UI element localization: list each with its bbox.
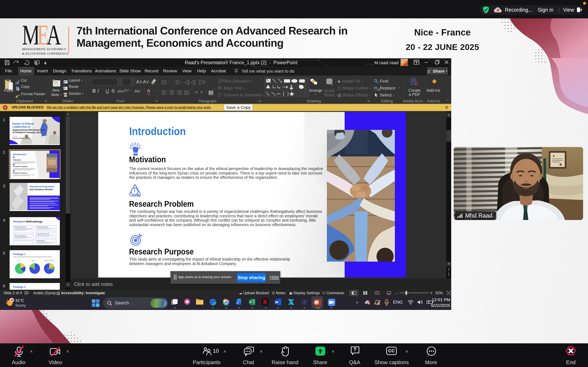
- svg-text:Motivation: Motivation: [13, 159, 21, 161]
- svg-text:?: ?: [354, 347, 356, 352]
- svg-text:Research Problem: Research Problem: [13, 166, 27, 167]
- svg-text:Findings 2: Findings 2: [13, 286, 26, 289]
- svg-text:Mohammad Kher Raad: Mohammad Kher Raad: [12, 137, 30, 139]
- svg-text:Theoretical Framework: Theoretical Framework: [29, 185, 54, 188]
- svg-text:Al Ankabout Company, Syria: Al Ankabout Company, Syria: [12, 131, 42, 133]
- svg-text:Gender: Gender: [31, 260, 35, 261]
- svg-text:4: 4: [11, 298, 13, 302]
- svg-text:Experience Years: Experience Years: [44, 260, 54, 261]
- svg-text:Data Analysis: Data Analysis: [37, 240, 45, 242]
- svg-text:Ag: Ag: [18, 260, 19, 261]
- svg-text:Research Methodology: Research Methodology: [13, 220, 43, 223]
- svg-text:Impact of Ethical: Impact of Ethical: [12, 122, 34, 125]
- svg-text:Findings 1: Findings 1: [13, 253, 26, 256]
- svg-text:3: 3: [174, 83, 175, 85]
- svg-text:¶: ¶: [200, 90, 202, 95]
- svg-text:Data Collection Tools: Data Collection Tools: [37, 233, 50, 234]
- svg-text:Research Questions: Research Questions: [15, 226, 26, 227]
- svg-text:58: 58: [33, 268, 35, 269]
- svg-text:Organizational Effectiveness a: Organizational Effectiveness at: [12, 129, 44, 131]
- svg-text:¶: ¶: [196, 90, 198, 95]
- svg-text:and Literature Review: and Literature Review: [29, 188, 53, 191]
- svg-text:61: 61: [18, 268, 20, 269]
- svg-text:X: X: [250, 300, 252, 304]
- svg-text:Leadership on: Leadership on: [12, 125, 31, 128]
- svg-text:Research Sampling: Research Sampling: [15, 235, 26, 236]
- svg-text:Research Purpose: Research Purpose: [13, 172, 27, 174]
- svg-text:Introduction: Introduction: [13, 153, 26, 156]
- svg-text:65: 65: [48, 268, 49, 269]
- svg-text:Research Strategy: Research Strategy: [37, 226, 48, 227]
- svg-text:W: W: [275, 300, 278, 304]
- svg-text:Presente: Presente: [12, 136, 17, 137]
